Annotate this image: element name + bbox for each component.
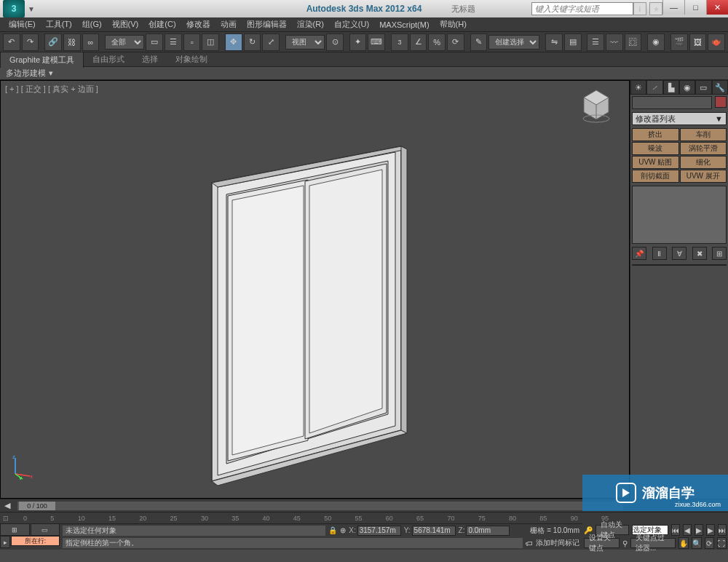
location-label[interactable]: 所在行: <box>11 536 60 546</box>
y-coord-input[interactable] <box>412 526 456 536</box>
favorites-icon[interactable]: ★ <box>649 2 662 15</box>
timetag-icon[interactable]: 🏷 <box>526 539 533 547</box>
align-button[interactable]: ▤ <box>564 33 582 51</box>
btn-lathe[interactable]: 车削 <box>680 128 727 141</box>
prev-frame-button[interactable]: ◀ <box>683 524 692 536</box>
viewport[interactable]: [ + ] [ 正交 ] [ 真实 + 边面 ] <box>0 80 630 499</box>
next-frame-button[interactable]: ▶ <box>706 524 715 536</box>
menu-maxscript[interactable]: MAXScript(M) <box>375 19 433 31</box>
setkey-button[interactable]: 设置关键点 <box>584 538 620 548</box>
redo-button[interactable]: ↷ <box>22 33 39 51</box>
configure-sets-button[interactable]: ⊞ <box>712 247 727 260</box>
menu-group[interactable]: 组(G) <box>78 17 106 31</box>
btn-extrude[interactable]: 挤出 <box>632 128 679 141</box>
curve-editor-button[interactable]: 〰 <box>606 33 623 51</box>
time-slider-handle[interactable]: 0 / 100 <box>19 502 55 510</box>
transform-type-icon[interactable]: ⊕ <box>340 526 346 534</box>
layer-button[interactable]: ☰ <box>587 33 604 51</box>
listener-button[interactable]: ▭ <box>31 523 60 536</box>
unlink-button[interactable]: ⛓ <box>63 33 81 51</box>
close-button[interactable]: ✕ <box>706 0 728 15</box>
object-name-field[interactable] <box>632 96 712 109</box>
menu-views[interactable]: 视图(V) <box>108 17 143 31</box>
x-coord-input[interactable] <box>357 526 401 536</box>
nav-zoom-button[interactable]: 🔍 <box>692 537 702 549</box>
object-color-swatch[interactable] <box>715 96 727 108</box>
cmdtab-motion[interactable]: ◉ <box>679 80 695 95</box>
add-timetag-label[interactable]: 添加时间标记 <box>536 538 579 548</box>
ribbon-expand-icon[interactable]: ▾ <box>49 68 53 78</box>
ribbon-tab-graphite[interactable]: Graphite 建模工具 <box>0 52 84 68</box>
nav-max-button[interactable]: ⛶ <box>717 537 727 549</box>
undo-button[interactable]: ↶ <box>3 33 20 51</box>
app-logo[interactable]: 3 <box>3 0 25 17</box>
cmdtab-create[interactable]: ☀ <box>630 80 646 95</box>
scale-button[interactable]: ⤢ <box>262 33 280 51</box>
selection-filter-dropdown[interactable]: 全部 <box>105 35 144 50</box>
select-region-button[interactable]: ▫ <box>183 33 201 51</box>
app-menu-arrow[interactable]: ▼ <box>28 5 35 13</box>
ribbon-tab-freeform[interactable]: 自由形式 <box>84 52 133 67</box>
btn-chamfer[interactable]: 剖切截面 <box>632 170 679 183</box>
schematic-button[interactable]: ⿴ <box>625 33 642 51</box>
menu-create[interactable]: 创建(C) <box>144 17 180 31</box>
keyboard-button[interactable]: ⌨ <box>368 33 385 51</box>
angle-snap-button[interactable]: ∠ <box>410 33 427 51</box>
keymode-icon[interactable]: ⚲ <box>622 539 628 547</box>
manipulate-button[interactable]: ✦ <box>349 33 367 51</box>
snap-button[interactable]: 3 <box>391 33 408 51</box>
material-button[interactable]: ◉ <box>647 33 665 51</box>
cmdtab-hierarchy[interactable]: ▙ <box>663 80 679 95</box>
pin-stack-button[interactable]: 📌 <box>632 247 646 260</box>
named-selection-dropdown[interactable]: 创建选择集 <box>488 35 539 50</box>
viewport-label[interactable]: [ + ] [ 正交 ] [ 真实 + 边面 ] <box>5 84 98 95</box>
rotate-button[interactable]: ↻ <box>244 33 261 51</box>
btn-uvwmap[interactable]: UVW 贴图 <box>632 156 679 169</box>
z-coord-input[interactable] <box>466 526 510 536</box>
goto-start-button[interactable]: ⏮ <box>671 524 680 536</box>
menu-grapheditors[interactable]: 图形编辑器 <box>242 17 291 31</box>
help-search-input[interactable] <box>531 2 633 15</box>
menu-customize[interactable]: 自定义(U) <box>330 17 373 31</box>
window-crossing-button[interactable]: ◫ <box>202 33 219 51</box>
btn-bend[interactable]: 噪波 <box>632 142 679 155</box>
menu-modifiers[interactable]: 修改器 <box>182 17 215 31</box>
cmdtab-modify[interactable]: ⟋ <box>646 80 662 95</box>
trackbar-toggle-icon[interactable]: ⊡ <box>3 515 9 522</box>
btn-unwrap[interactable]: UVW 展开 <box>680 170 727 183</box>
make-unique-button[interactable]: ∀ <box>672 247 687 260</box>
menu-help[interactable]: 帮助(H) <box>435 17 471 31</box>
lock-icon[interactable]: 🔒 <box>328 526 337 534</box>
cmdtab-utilities[interactable]: 🔧 <box>712 80 728 95</box>
goto-end-button[interactable]: ⏭ <box>718 524 727 536</box>
render-setup-button[interactable]: 🎬 <box>670 33 688 51</box>
keyfilter-button[interactable]: 关键点过滤器... <box>630 538 676 548</box>
ref-coord-dropdown[interactable]: 视图 <box>285 35 325 50</box>
pivot-button[interactable]: ⊙ <box>326 33 344 51</box>
infocenter-icon[interactable]: ℹ <box>633 2 646 15</box>
select-name-button[interactable]: ☰ <box>165 33 182 51</box>
mirror-button[interactable]: ⇋ <box>545 33 563 51</box>
play-button[interactable]: ▶ <box>695 524 703 536</box>
ribbon-tab-paint[interactable]: 对象绘制 <box>167 52 216 67</box>
viewcube[interactable] <box>578 87 614 123</box>
time-slider-track[interactable]: 0 / 100 <box>17 502 623 510</box>
move-button[interactable]: ✥ <box>225 33 242 51</box>
percent-snap-button[interactable]: % <box>428 33 446 51</box>
btn-meshsmooth[interactable]: 细化 <box>680 156 727 169</box>
modifier-stack[interactable] <box>632 186 727 244</box>
maximize-button[interactable]: □ <box>684 0 706 15</box>
select-button[interactable]: ▭ <box>146 33 163 51</box>
menu-animation[interactable]: 动画 <box>216 17 241 31</box>
btn-turbosmooth[interactable]: 涡轮平滑 <box>680 142 727 155</box>
menu-edit[interactable]: 编辑(E) <box>4 17 40 31</box>
ribbon-tab-selection[interactable]: 选择 <box>133 52 167 67</box>
ribbon-panel-label[interactable]: 多边形建模 <box>6 68 46 79</box>
render-frame-button[interactable]: 🖼 <box>689 33 707 51</box>
menu-tools[interactable]: 工具(T) <box>41 17 76 31</box>
prompt-toggle-icon[interactable]: ▸ <box>0 536 10 548</box>
bind-button[interactable]: ∞ <box>82 33 100 51</box>
menu-rendering[interactable]: 渲染(R) <box>293 17 328 31</box>
link-button[interactable]: 🔗 <box>44 33 62 51</box>
cmdtab-display[interactable]: ▭ <box>695 80 711 95</box>
